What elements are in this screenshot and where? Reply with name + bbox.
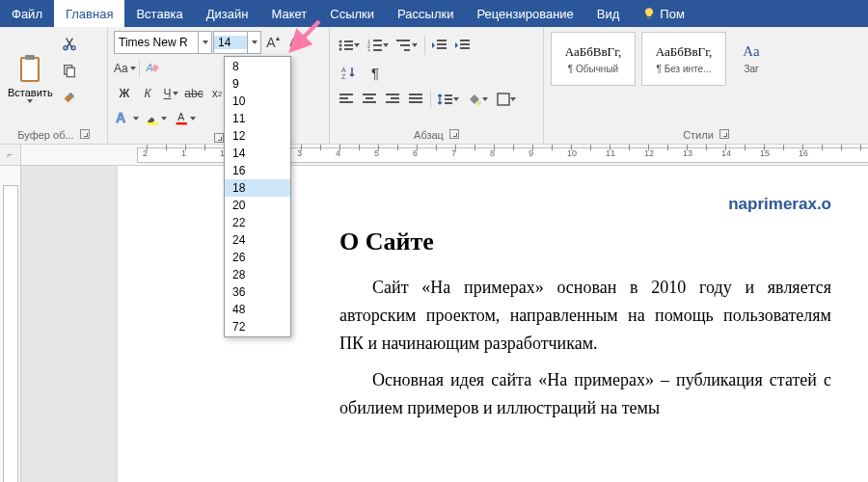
copy-button[interactable] xyxy=(59,60,80,81)
group-clipboard: Вставить Буфер об... xyxy=(0,27,108,144)
font-color-button[interactable]: A xyxy=(172,108,199,129)
shading-button[interactable] xyxy=(464,89,491,110)
chevron-down-icon xyxy=(130,67,136,70)
paste-button[interactable]: Вставить xyxy=(4,29,57,127)
vertical-ruler[interactable] xyxy=(0,166,21,482)
show-marks-button[interactable]: ¶ xyxy=(365,62,386,83)
svg-rect-46 xyxy=(409,101,422,103)
justify-icon xyxy=(409,94,422,105)
font-size-option[interactable]: 8 xyxy=(225,58,290,75)
change-case-button[interactable]: Aa xyxy=(114,58,136,79)
justify-button[interactable] xyxy=(405,89,426,110)
align-right-button[interactable] xyxy=(382,89,403,110)
font-size-combo[interactable]: 14 xyxy=(213,31,261,54)
tab-layout[interactable]: Макет xyxy=(259,0,318,27)
align-left-icon xyxy=(339,94,353,105)
borders-button[interactable] xyxy=(493,89,520,110)
svg-rect-17 xyxy=(344,48,353,50)
tab-review[interactable]: Рецензирование xyxy=(465,0,584,27)
font-size-option[interactable]: 24 xyxy=(225,231,290,249)
svg-rect-35 xyxy=(339,94,353,95)
paragraph-launcher[interactable] xyxy=(449,129,459,139)
svg-rect-25 xyxy=(400,44,410,46)
bullets-icon xyxy=(339,39,354,52)
numbering-button[interactable]: 123 xyxy=(365,35,392,56)
font-launcher[interactable] xyxy=(214,133,224,143)
highlighter-icon xyxy=(146,111,161,126)
clipboard-paste-icon xyxy=(16,53,43,86)
increase-indent-button[interactable] xyxy=(452,35,474,56)
align-center-button[interactable] xyxy=(359,89,380,110)
style-normal[interactable]: АаБбВвГг, ¶ Обычный xyxy=(551,32,636,86)
style-no-spacing[interactable]: АаБбВвГг, ¶ Без инте... xyxy=(641,32,726,86)
svg-rect-13 xyxy=(344,40,353,42)
font-size-option[interactable]: 28 xyxy=(225,266,290,283)
styles-launcher[interactable] xyxy=(719,129,729,139)
font-size-option[interactable]: 22 xyxy=(225,214,290,231)
text-effects-button[interactable]: A xyxy=(114,108,141,129)
horizontal-ruler[interactable]: 2112345678910111213141516 xyxy=(21,145,868,166)
font-size-option[interactable]: 10 xyxy=(225,93,290,110)
cut-button[interactable] xyxy=(59,33,80,54)
tab-home[interactable]: Главная xyxy=(54,0,124,27)
italic-button[interactable]: К xyxy=(137,83,158,104)
tab-file[interactable]: Файл xyxy=(0,0,54,27)
numbering-icon: 123 xyxy=(367,39,383,52)
tab-view[interactable]: Вид xyxy=(585,0,632,27)
ruler-corner[interactable]: ⌐ xyxy=(0,145,21,166)
tab-mailings[interactable]: Рассылки xyxy=(386,0,465,27)
font-name-combo[interactable]: Times New R xyxy=(114,31,212,54)
text-effects-icon: A xyxy=(116,111,133,126)
font-size-option[interactable]: 14 xyxy=(225,145,290,162)
shrink-font-button[interactable]: A▾ xyxy=(285,32,306,53)
font-size-option[interactable]: 16 xyxy=(225,162,290,179)
bold-button[interactable]: Ж xyxy=(114,83,135,104)
font-color-icon: A xyxy=(175,111,190,126)
strikethrough-button[interactable]: abc xyxy=(183,83,204,104)
font-size-option[interactable]: 26 xyxy=(225,249,290,266)
highlight-button[interactable] xyxy=(143,108,170,129)
svg-rect-26 xyxy=(404,49,410,51)
font-size-option[interactable]: 12 xyxy=(225,127,290,145)
svg-rect-39 xyxy=(366,97,373,99)
underline-button[interactable]: Ч xyxy=(160,83,181,104)
font-size-dropdown[interactable] xyxy=(247,32,260,53)
multilevel-button[interactable] xyxy=(393,35,420,56)
svg-text:A: A xyxy=(116,111,125,125)
decrease-indent-button[interactable] xyxy=(429,35,450,56)
format-painter-button[interactable] xyxy=(59,87,80,108)
line-spacing-button[interactable] xyxy=(435,89,462,110)
header-url: naprimerax.o xyxy=(339,195,831,214)
font-size-option[interactable]: 72 xyxy=(225,318,290,335)
font-size-option[interactable]: 9 xyxy=(225,75,290,93)
font-size-option[interactable]: 36 xyxy=(225,283,290,301)
svg-text:A: A xyxy=(177,112,184,122)
paintbrush-icon xyxy=(62,90,77,105)
svg-rect-44 xyxy=(409,94,422,95)
sort-button[interactable]: AZ xyxy=(336,62,363,83)
svg-rect-19 xyxy=(373,40,382,41)
font-size-option[interactable]: 48 xyxy=(225,301,290,318)
doc-paragraph: Основная идея сайта «На примерах» – публ… xyxy=(339,366,831,422)
font-size-option[interactable]: 20 xyxy=(225,197,290,214)
tab-design[interactable]: Дизайн xyxy=(195,0,260,27)
tab-references[interactable]: Ссылки xyxy=(318,0,386,27)
font-size-option[interactable]: 11 xyxy=(225,110,290,127)
clipboard-launcher[interactable] xyxy=(80,129,90,139)
chevron-down-icon xyxy=(27,99,33,103)
font-size-option[interactable]: 18 xyxy=(225,179,290,197)
font-name-dropdown[interactable] xyxy=(198,32,211,53)
chevron-down-icon xyxy=(510,97,516,101)
grow-font-button[interactable]: A▴ xyxy=(262,32,284,53)
tell-me[interactable]: Пом xyxy=(631,0,696,27)
svg-rect-30 xyxy=(460,40,470,41)
clear-formatting-button[interactable]: A xyxy=(143,58,164,79)
svg-rect-6 xyxy=(67,67,74,76)
page-scroll-area[interactable]: naprimerax.o О Сайте Сайт «На примерах» … xyxy=(21,166,868,482)
group-paragraph: 123 AZ ¶ Абзац xyxy=(330,27,544,144)
tab-insert[interactable]: Вставка xyxy=(124,0,194,27)
svg-rect-38 xyxy=(363,94,376,95)
style-heading1[interactable]: Аа Заг xyxy=(732,32,771,86)
bullets-button[interactable] xyxy=(336,35,363,56)
align-left-button[interactable] xyxy=(336,89,357,110)
